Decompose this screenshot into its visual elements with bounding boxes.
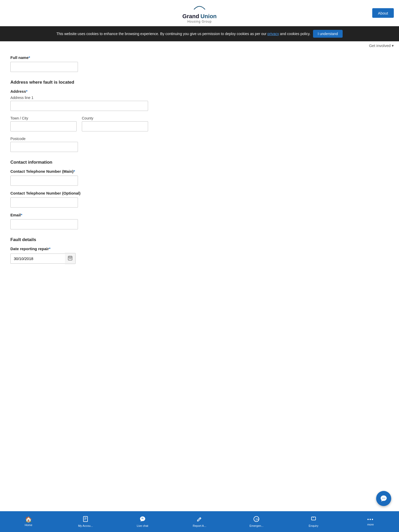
logo-grand: Grand: [182, 13, 199, 20]
postcode-input[interactable]: [10, 142, 78, 152]
full-name-required: *: [29, 55, 30, 60]
address-required: *: [26, 89, 28, 94]
logo-icon: [192, 3, 207, 13]
date-input-row: [10, 253, 156, 264]
town-label: Town / City: [10, 116, 77, 120]
page-wrapper: Grand Union Housing Group About This web…: [0, 0, 399, 305]
full-name-label: Full name*: [10, 55, 156, 60]
address-line1-label: Address line 1: [10, 96, 156, 100]
date-picker-button[interactable]: [65, 253, 76, 264]
svg-rect-6: [71, 258, 72, 259]
cookie-banner: This website uses cookies to enhance the…: [0, 26, 399, 41]
postcode-group: Postcode: [10, 137, 156, 152]
town-county-row: Town / City County: [10, 116, 156, 137]
phone-optional-label: Contact Telephone Number (Optional): [10, 191, 156, 195]
contact-section: Contact information Contact Telephone Nu…: [10, 160, 156, 229]
county-group: County: [82, 116, 148, 131]
phone-main-input[interactable]: [10, 176, 78, 186]
date-repair-required: *: [49, 247, 50, 251]
address-section: Address where fault is located Address* …: [10, 80, 156, 152]
logo-group: Housing Group: [187, 20, 212, 23]
contact-section-title: Contact information: [10, 160, 156, 165]
fault-section-title: Fault details: [10, 237, 156, 242]
county-input[interactable]: [82, 121, 148, 131]
phone-optional-group: Contact Telephone Number (Optional): [10, 191, 156, 208]
phone-main-label: Contact Telephone Number (Main)*: [10, 169, 156, 174]
fault-section: Fault details Date reporting repair*: [10, 237, 156, 264]
phone-main-group: Contact Telephone Number (Main)*: [10, 169, 156, 186]
about-button[interactable]: About: [372, 8, 394, 18]
logo: Grand Union Housing Group: [182, 3, 217, 23]
cookie-message: This website uses cookies to enhance the…: [56, 32, 267, 36]
date-repair-input[interactable]: [10, 254, 65, 264]
cookie-accept-button[interactable]: I understand: [313, 30, 343, 38]
svg-rect-4: [69, 258, 70, 259]
date-repair-group: Date reporting repair*: [10, 247, 156, 264]
svg-rect-5: [70, 258, 71, 259]
phone-optional-input[interactable]: [10, 197, 78, 208]
address-line1-group: Address line 1: [10, 96, 156, 111]
address-group: Address* Address line 1 Town / City Coun…: [10, 89, 156, 152]
cookie-and-text: and cookies policy.: [280, 32, 310, 36]
email-input[interactable]: [10, 219, 78, 229]
full-name-group: Full name*: [10, 55, 156, 72]
email-required: *: [21, 213, 22, 217]
phone-main-required: *: [74, 169, 75, 174]
address-label: Address*: [10, 89, 156, 94]
calendar-icon: [68, 255, 73, 261]
postcode-label: Postcode: [10, 137, 156, 141]
town-input[interactable]: [10, 121, 77, 131]
logo-union: Union: [201, 13, 217, 20]
date-repair-label: Date reporting repair*: [10, 247, 156, 251]
town-group: Town / City: [10, 116, 77, 131]
address-line1-input[interactable]: [10, 101, 148, 111]
privacy-link[interactable]: privacy: [268, 32, 279, 36]
header: Grand Union Housing Group About: [0, 0, 399, 26]
full-name-input[interactable]: [10, 62, 78, 72]
get-involved-nav[interactable]: Get involved ▾: [0, 41, 399, 50]
address-section-title: Address where fault is located: [10, 80, 156, 85]
county-label: County: [82, 116, 148, 120]
email-group: Email*: [10, 213, 156, 229]
email-label: Email*: [10, 213, 156, 217]
form-content: Full name* Address where fault is locate…: [0, 50, 166, 280]
